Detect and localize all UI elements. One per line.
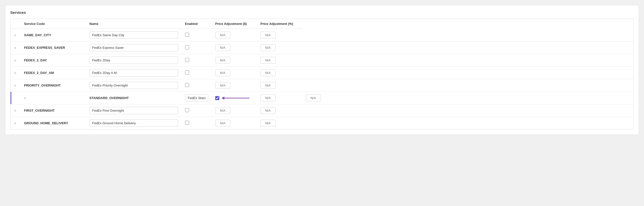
name-input[interactable] — [90, 82, 178, 89]
price-percent-cell — [257, 117, 302, 130]
enabled-checkbox[interactable] — [185, 45, 189, 49]
price-percent-input[interactable] — [261, 69, 276, 76]
price-dollar-cell — [212, 42, 257, 54]
service-code-cell: GROUND_HOME_DELIVERY — [21, 117, 86, 130]
name-cell — [86, 79, 182, 92]
table-row: ≡GROUND_HOME_DELIVERY — [11, 117, 634, 130]
table-row: ≡FIRST_OVERNIGHT — [11, 104, 634, 117]
drag-handle-icon[interactable]: ≡ — [14, 46, 16, 50]
service-code-value: SAME_DAY_CITY — [24, 33, 51, 37]
col-enabled-header: Enabled — [182, 19, 212, 29]
service-code-cell: FEDEX_EXPRESS_SAVER — [21, 42, 86, 54]
price-percent-cell — [302, 92, 634, 104]
drag-handle-icon[interactable]: ≡ — [14, 109, 16, 113]
price-dollar-input[interactable] — [261, 95, 276, 101]
service-code-value: PRIORITY_OVERNIGHT — [24, 84, 61, 87]
price-percent-input[interactable] — [306, 95, 321, 101]
drag-handle-icon[interactable]: ≡ — [14, 33, 16, 37]
drag-handle-icon[interactable]: ≡ — [14, 58, 16, 62]
service-code-cell: FEDEX_2_DAY_AM — [21, 67, 86, 79]
price-dollar-cell — [257, 92, 302, 104]
service-code-cell: FIRST_OVERNIGHT — [21, 104, 86, 117]
price-dollar-input[interactable] — [215, 57, 230, 64]
enabled-cell — [182, 117, 212, 130]
enabled-cell — [182, 79, 212, 92]
price-dollar-input[interactable] — [215, 82, 230, 89]
name-input[interactable] — [90, 107, 178, 114]
service-code-value: FEDEX_2_DAY — [24, 58, 47, 62]
price-percent-input[interactable] — [261, 82, 276, 89]
name-cell — [86, 42, 182, 54]
name-input[interactable] — [90, 57, 178, 64]
price-percent-cell — [257, 54, 302, 67]
name-cell — [86, 117, 182, 130]
table-row: ≡FEDEX_EXPRESS_SAVER — [11, 42, 634, 54]
price-percent-input[interactable] — [261, 32, 276, 38]
price-percent-input[interactable] — [261, 107, 276, 114]
price-dollar-cell — [212, 29, 257, 42]
price-dollar-input[interactable] — [215, 69, 230, 76]
enabled-checkbox[interactable] — [185, 121, 189, 125]
table-header-row: Service Code Name Enabled Price Adjustme… — [11, 19, 634, 29]
price-dollar-input[interactable] — [215, 32, 230, 38]
services-table: Service Code Name Enabled Price Adjustme… — [10, 19, 634, 130]
price-dollar-cell — [212, 67, 257, 79]
enabled-cell — [182, 67, 212, 79]
price-dollar-cell — [212, 54, 257, 67]
drag-handle-cell: ≡ — [11, 29, 21, 42]
col-name-header: Name — [86, 19, 182, 29]
drag-handle-cell: ≡ — [11, 42, 21, 54]
enabled-checkbox[interactable] — [185, 33, 189, 37]
drag-handle-cell: ≡ — [11, 54, 21, 67]
drag-handle-icon[interactable]: ≡ — [14, 121, 16, 125]
drag-handle-cell: ≡ — [21, 92, 86, 104]
name-input[interactable] — [90, 31, 178, 39]
price-percent-input[interactable] — [261, 44, 276, 51]
section-title: Services — [10, 10, 634, 15]
price-dollar-cell — [212, 104, 257, 117]
enabled-cell — [182, 42, 212, 54]
price-percent-input[interactable] — [261, 57, 276, 64]
enabled-checkbox[interactable] — [215, 96, 219, 100]
name-cell — [86, 67, 182, 79]
service-code-value: FEDEX_EXPRESS_SAVER — [24, 46, 65, 50]
col-price-percent-header: Price Adjustment (%) — [257, 19, 302, 29]
drag-handle-cell: ≡ — [11, 67, 21, 79]
name-input[interactable] — [185, 94, 208, 102]
enabled-cell — [182, 54, 212, 67]
price-dollar-input[interactable] — [215, 107, 230, 114]
name-input[interactable] — [90, 69, 178, 76]
svg-marker-1 — [222, 97, 224, 100]
service-code-value: FEDEX_2_DAY_AM — [24, 71, 54, 75]
enabled-checkbox[interactable] — [185, 83, 189, 87]
name-input[interactable] — [90, 44, 178, 51]
price-dollar-cell — [212, 79, 257, 92]
name-cell — [86, 104, 182, 117]
name-input[interactable] — [90, 119, 178, 127]
price-percent-input[interactable] — [261, 120, 276, 127]
col-price-dollar-header: Price Adjustment ($) — [212, 19, 257, 29]
price-dollar-input[interactable] — [215, 44, 230, 51]
enabled-checkbox[interactable] — [185, 58, 189, 62]
price-percent-cell — [257, 67, 302, 79]
enabled-cell — [182, 29, 212, 42]
service-code-value: FIRST_OVERNIGHT — [24, 109, 55, 112]
drag-handle-icon[interactable]: ≡ — [14, 71, 16, 75]
service-code-value: GROUND_HOME_DELIVERY — [24, 121, 68, 125]
table-row: ≡STANDARD_OVERNIGHT — [11, 92, 634, 104]
drag-handle-icon[interactable]: ≡ — [24, 96, 26, 100]
service-code-cell: STANDARD_OVERNIGHT — [86, 92, 182, 104]
col-code-header: Service Code — [21, 19, 86, 29]
price-percent-cell — [257, 29, 302, 42]
col-drag-header — [11, 19, 21, 29]
table-row: ≡FEDEX_2_DAY_AM — [11, 67, 634, 79]
drag-handle-icon[interactable]: ≡ — [14, 84, 16, 88]
name-cell — [86, 29, 182, 42]
enabled-checkbox[interactable] — [185, 108, 189, 112]
price-dollar-input[interactable] — [215, 120, 230, 127]
drag-handle-cell: ≡ — [11, 104, 21, 117]
service-code-cell: PRIORITY_OVERNIGHT — [21, 79, 86, 92]
table-row: ≡SAME_DAY_CITY — [11, 29, 634, 42]
enabled-checkbox[interactable] — [185, 70, 189, 74]
service-code-value: STANDARD_OVERNIGHT — [90, 96, 129, 100]
